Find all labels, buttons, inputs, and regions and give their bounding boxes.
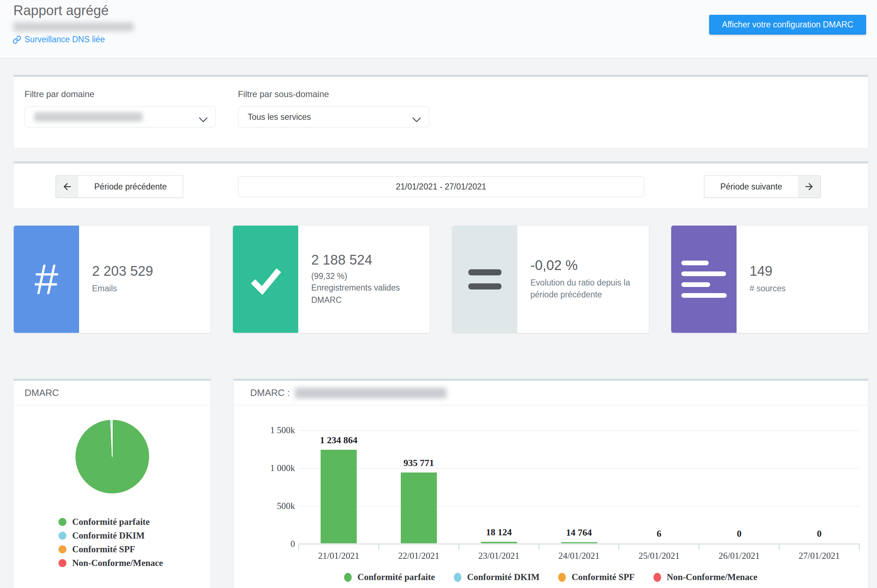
redacted-domain-subtitle xyxy=(14,22,134,32)
dmarc-bar-chart: 0500k1 000k1 500k1 234 86421/01/2021935 … xyxy=(299,430,859,544)
pie-legend-item[interactable]: Conformité parfaite xyxy=(59,515,163,529)
x-tick-mark xyxy=(699,544,699,550)
legend-label: Conformité SPF xyxy=(72,544,135,554)
bar xyxy=(481,542,517,543)
bar-legend-item[interactable]: Conformité DKIM xyxy=(454,570,540,584)
x-tick-mark xyxy=(298,544,299,550)
show-dmarc-config-button[interactable]: Afficher votre configuration DMARC xyxy=(709,15,866,34)
x-tick-mark xyxy=(619,544,619,550)
link-icon xyxy=(13,35,21,44)
sources-count: 149 xyxy=(749,264,861,279)
legend-dot xyxy=(558,573,566,582)
valid-dmarc-label: Enregistrements valides DMARC xyxy=(311,282,414,306)
legend-dot xyxy=(59,559,66,567)
legend-dot xyxy=(59,532,66,540)
hash-icon: # xyxy=(14,226,79,333)
ratio-evolution-label: Evolution du ratio depuis la période pré… xyxy=(530,277,640,301)
chevron-down-icon xyxy=(412,115,421,124)
bar xyxy=(321,450,357,543)
date-range-input[interactable]: 21/01/2021 - 27/01/2021 xyxy=(238,177,644,197)
bar-value-label: 935 771 xyxy=(379,458,458,468)
domain-select[interactable] xyxy=(24,106,216,128)
stat-card-ratio-evolution: -0,02 % Evolution du ratio depuis la pér… xyxy=(452,225,649,333)
pie-panel-title: DMARC xyxy=(14,381,210,405)
bar-panel-title: DMARC : xyxy=(250,387,290,399)
bar-value-label: 1 234 864 xyxy=(299,435,378,446)
legend-dot xyxy=(59,518,66,526)
next-period-button[interactable]: Période suivante xyxy=(704,176,821,198)
top-header: Rapport agrégé Surveillance DNS liée Aff… xyxy=(0,0,877,58)
dns-link-label: Surveillance DNS liée xyxy=(24,34,105,44)
bar-value-label: 0 xyxy=(779,529,859,539)
bar-value-label: 14 764 xyxy=(539,528,619,538)
equals-icon xyxy=(452,226,517,333)
check-icon xyxy=(233,226,298,333)
y-tick-label: 500k xyxy=(237,501,295,511)
x-tick-mark xyxy=(458,544,459,550)
x-category-label: 24/01/2021 xyxy=(539,551,619,561)
x-category-label: 26/01/2021 xyxy=(699,551,779,561)
bar xyxy=(561,542,597,543)
x-tick-mark xyxy=(378,544,379,550)
chevron-down-icon xyxy=(199,115,207,124)
valid-dmarc-percent: (99,32 %) xyxy=(311,272,414,281)
stat-card-emails: # 2 203 529 Emails xyxy=(14,225,211,333)
pie-legend-item[interactable]: Conformité DKIM xyxy=(59,529,163,543)
pie-legend-item[interactable]: Non-Conforme/Menace xyxy=(59,556,163,570)
emails-count: 2 203 529 xyxy=(92,264,203,279)
arrow-right-icon xyxy=(798,176,820,198)
dmarc-pie-chart xyxy=(74,418,150,495)
y-tick-label: 1 000k xyxy=(237,464,295,473)
period-panel: Période précédente 21/01/2021 - 27/01/20… xyxy=(14,161,868,208)
subdomain-filter-label: Filtre par sous-domaine xyxy=(238,89,329,99)
bar xyxy=(401,472,437,544)
bar-value-label: 18 124 xyxy=(459,527,539,537)
subdomain-select[interactable]: Tous les services xyxy=(238,106,429,128)
next-period-label: Période suivante xyxy=(704,176,798,198)
arrow-left-icon xyxy=(56,176,78,198)
legend-label: Conformité parfaite xyxy=(72,517,150,527)
valid-dmarc-count: 2 188 524 xyxy=(311,252,414,268)
subdomain-select-value: Tous les services xyxy=(248,112,311,122)
previous-period-label: Période précédente xyxy=(78,176,183,198)
pie-legend: Conformité parfaiteConformité DKIMConfor… xyxy=(59,515,163,570)
y-tick-label: 1 500k xyxy=(237,426,295,435)
domain-filter-label: Filtre par domaine xyxy=(24,89,94,99)
x-category-label: 25/01/2021 xyxy=(619,551,699,561)
gridline xyxy=(299,430,859,430)
y-tick-label: 0 xyxy=(237,539,295,549)
dmarc-bar-panel: DMARC : # IP 0500k1 000k1 500k1 234 8642… xyxy=(233,379,868,588)
legend-label: Conformité DKIM xyxy=(467,572,540,582)
legend-dot xyxy=(454,573,461,582)
x-tick-mark xyxy=(859,544,860,550)
page-title: Rapport agrégé xyxy=(14,3,109,18)
emails-label: Emails xyxy=(92,283,203,294)
list-icon xyxy=(671,226,737,333)
pie-legend-item[interactable]: Conformité SPF xyxy=(59,543,163,556)
filter-panel: Filtre par domaine Filtre par sous-domai… xyxy=(14,75,868,148)
x-tick-mark xyxy=(779,544,779,550)
legend-dot xyxy=(344,573,352,582)
x-category-label: 27/01/2021 xyxy=(779,551,859,561)
redacted-domain-title xyxy=(295,388,447,399)
bar-legend: Conformité parfaiteConformité DKIMConfor… xyxy=(234,570,868,584)
dns-monitoring-link[interactable]: Surveillance DNS liée xyxy=(13,34,105,44)
stat-card-sources: 149 # sources xyxy=(671,225,868,333)
bar-value-label: 6 xyxy=(619,529,699,539)
x-category-label: 22/01/2021 xyxy=(379,551,459,561)
legend-label: Conformité parfaite xyxy=(357,572,435,582)
gridline xyxy=(299,468,859,468)
sources-label: # sources xyxy=(749,283,861,294)
previous-period-button[interactable]: Période précédente xyxy=(56,176,183,198)
bar-legend-item[interactable]: Conformité SPF xyxy=(558,570,634,584)
legend-label: Non-Conforme/Menace xyxy=(667,572,757,582)
legend-dot xyxy=(59,545,66,554)
x-axis-line xyxy=(299,544,859,544)
bar-legend-item[interactable]: Non-Conforme/Menace xyxy=(653,570,757,584)
bar-value-label: 0 xyxy=(699,529,779,539)
dmarc-pie-panel: DMARC Conformité parfaiteConformité DKIM… xyxy=(14,379,211,588)
legend-label: Conformité DKIM xyxy=(72,531,145,541)
ratio-evolution-value: -0,02 % xyxy=(530,258,640,273)
bar-legend-item[interactable]: Conformité parfaite xyxy=(344,570,435,584)
stat-card-valid-dmarc: 2 188 524 (99,32 %) Enregistrements vali… xyxy=(233,225,430,333)
